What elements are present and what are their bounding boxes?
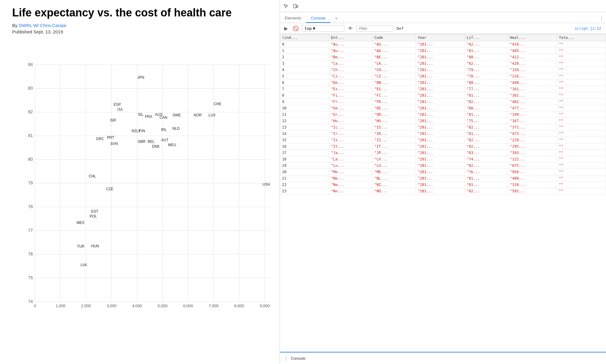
svg-text:74: 74 xyxy=(28,299,33,304)
script-link[interactable]: script.js:12 xyxy=(572,26,604,31)
cell-year: "201... xyxy=(416,150,465,156)
cell-life: "78... xyxy=(465,73,508,80)
console-footer-label: Console xyxy=(291,356,305,361)
svg-text:TUR: TUR xyxy=(77,244,84,249)
filter-input[interactable] xyxy=(356,26,393,32)
cell-life: "76... xyxy=(465,169,508,175)
svg-text:3,000: 3,000 xyxy=(107,304,117,308)
cell-health: "445... xyxy=(508,48,557,54)
no-entry-icon[interactable]: 🚫 xyxy=(292,25,299,32)
byline-prefix: By xyxy=(12,23,19,28)
inspect-icon[interactable] xyxy=(282,2,290,10)
svg-rect-76 xyxy=(297,5,298,8)
col-header-health[interactable]: Heal... xyxy=(508,34,557,41)
cell-index: 5 xyxy=(280,73,329,80)
cell-year: "201... xyxy=(416,118,465,124)
col-header-index[interactable]: (ind... xyxy=(280,34,329,41)
devtools-options-icon[interactable]: ⋮ xyxy=(597,15,606,23)
cell-life: "81... xyxy=(465,92,508,99)
cell-code: "IS... xyxy=(372,124,416,131)
col-header-total[interactable]: Tota... xyxy=(557,34,606,41)
cell-year: "201... xyxy=(416,99,465,105)
svg-text:POL: POL xyxy=(90,214,97,218)
table-row: 20 "Me... "ME... "201... "76... "956... … xyxy=(280,169,606,175)
svg-text:79: 79 xyxy=(28,180,33,185)
cell-index: 9 xyxy=(280,99,329,105)
cell-life: "79... xyxy=(465,67,508,73)
table-row: 0 "Au... "AU... "201... "82... "416... "… xyxy=(280,41,606,48)
article-title: Life expectancy vs. the cost of health c… xyxy=(12,6,267,19)
cell-health: "199... xyxy=(508,112,557,118)
cell-health: "956... xyxy=(508,169,557,175)
top-dropdown-label: top xyxy=(305,26,312,31)
cell-index: 17 xyxy=(280,150,329,156)
cell-code: "CA... xyxy=(372,60,416,67)
tab-more[interactable]: » xyxy=(330,14,342,23)
svg-text:0: 0 xyxy=(34,304,36,308)
svg-text:GRC: GRC xyxy=(96,137,104,141)
console-options-icon[interactable]: ⋮ xyxy=(284,355,288,361)
cell-health: "295... xyxy=(508,143,557,150)
svg-rect-75 xyxy=(294,4,296,8)
top-dropdown[interactable]: top ▼ xyxy=(302,25,344,32)
cell-entity: "Au... xyxy=(329,41,372,48)
cell-life: "82... xyxy=(465,60,508,67)
cell-entity: "Ja... xyxy=(329,150,372,156)
cell-health: "592... xyxy=(508,188,557,194)
cell-entity: "Gr... xyxy=(329,112,372,118)
cell-index: 14 xyxy=(280,131,329,137)
cell-index: 21 xyxy=(280,175,329,182)
author-link[interactable]: DWRL W/ Chris Canipe xyxy=(19,23,67,28)
cell-total: "" xyxy=(557,48,606,54)
svg-text:2,000: 2,000 xyxy=(81,304,91,308)
table-header-row: (ind... Ent... Code Year Lif... Heal... … xyxy=(280,34,606,41)
run-script-icon[interactable]: ▶ xyxy=(282,25,290,32)
cell-index: 18 xyxy=(280,156,329,163)
col-header-entity[interactable]: Ent... xyxy=(329,34,372,41)
cell-total: "" xyxy=(557,188,606,194)
cell-entity: "Fi... xyxy=(329,92,372,99)
svg-text:LVA: LVA xyxy=(81,263,87,267)
eye-icon[interactable]: 👁 xyxy=(347,25,354,32)
cell-health: "675... xyxy=(508,163,557,169)
svg-text:1,000: 1,000 xyxy=(56,304,66,308)
cell-health: "122... xyxy=(508,156,557,163)
table-row: 19 "Lu... "LU... "201... "82... "675... … xyxy=(280,163,606,169)
cell-code: "ME... xyxy=(372,169,416,175)
col-header-life[interactable]: Lif... xyxy=(465,34,508,41)
table-body: 0 "Au... "AU... "201... "82... "416... "… xyxy=(280,41,606,194)
svg-text:8,000: 8,000 xyxy=(234,304,244,308)
table-row: 2 "Be... "BE... "201... "80... "412... "… xyxy=(280,54,606,60)
cell-total: "" xyxy=(557,105,606,112)
table-row: 14 "Ir... "IR... "201... "81... "473... … xyxy=(280,131,606,137)
cell-code: "DE... xyxy=(372,105,416,112)
table-row: 18 "La... "LV... "201... "74... "122... … xyxy=(280,156,606,163)
device-icon[interactable] xyxy=(292,2,299,10)
col-header-code[interactable]: Code xyxy=(372,34,416,41)
cell-health: "428... xyxy=(508,60,557,67)
tab-elements[interactable]: Elements xyxy=(280,14,306,23)
cell-entity: "Me... xyxy=(329,169,372,175)
cell-life: "81... xyxy=(465,48,508,54)
cell-life: "83... xyxy=(465,150,508,156)
cell-total: "" xyxy=(557,137,606,143)
cell-code: "IR... xyxy=(372,131,416,137)
cell-entity: "Ir... xyxy=(329,131,372,137)
cell-code: "GR... xyxy=(372,112,416,118)
tab-console[interactable]: Console xyxy=(306,14,330,23)
cell-code: "FR... xyxy=(372,99,416,105)
cell-life: "82... xyxy=(465,163,508,169)
svg-text:NOR: NOR xyxy=(194,113,202,117)
svg-text:9,000: 9,000 xyxy=(260,304,270,308)
col-header-year[interactable]: Year xyxy=(416,34,465,41)
cell-life: "81... xyxy=(465,182,508,188)
svg-text:PRT: PRT xyxy=(107,136,114,140)
x-axis: 0 1,000 2,000 3,000 4,000 5,000 6,000 7,… xyxy=(34,304,270,308)
cell-code: "JP... xyxy=(372,150,416,156)
cell-entity: "Ge... xyxy=(329,105,372,112)
svg-text:EST: EST xyxy=(91,209,98,214)
cell-total: "" xyxy=(557,54,606,60)
cell-entity: "Lu... xyxy=(329,163,372,169)
cell-life: "75... xyxy=(465,118,508,124)
cell-entity: "Hu... xyxy=(329,118,372,124)
